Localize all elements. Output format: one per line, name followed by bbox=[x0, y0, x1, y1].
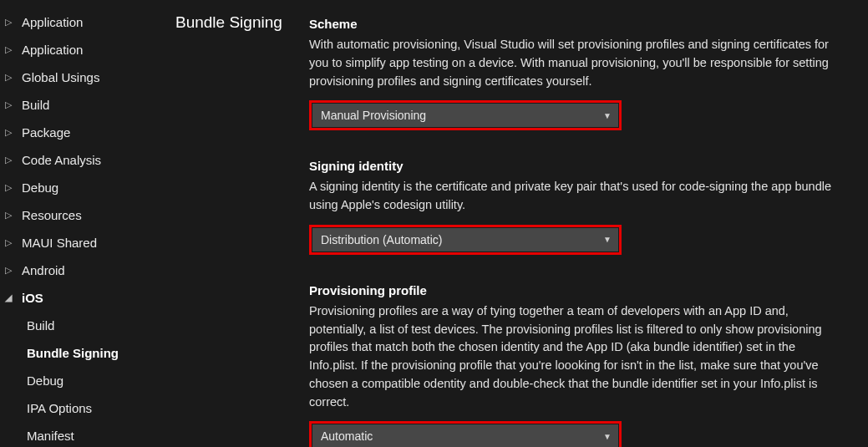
sidebar-item-ios-debug[interactable]: Debug bbox=[0, 367, 167, 394]
sidebar-item-android[interactable]: ▷Android bbox=[0, 257, 167, 284]
signing-identity-dropdown[interactable]: Distribution (Automatic) ▼ bbox=[312, 228, 618, 251]
sidebar-item-label: Debug bbox=[27, 372, 63, 389]
provisioning-profile-dropdown-value: Automatic bbox=[321, 429, 373, 443]
sidebar-item-label: Build bbox=[27, 317, 54, 334]
sidebar-item-maui-shared[interactable]: ▷MAUI Shared bbox=[0, 229, 167, 257]
sidebar-item-label: iOS bbox=[22, 289, 43, 307]
sidebar-item-label: Code Analysis bbox=[22, 151, 101, 169]
content-pane: Scheme With automatic provisioning, Visu… bbox=[309, 0, 868, 447]
signing-identity-heading: Signing identity bbox=[309, 159, 843, 173]
sidebar-item-global-usings[interactable]: ▷Global Usings bbox=[0, 63, 167, 91]
scheme-description: With automatic provisioning, Visual Stud… bbox=[309, 36, 843, 90]
sidebar-item-label: Application bbox=[22, 13, 83, 31]
chevron-right-icon: ▷ bbox=[5, 71, 17, 84]
sidebar-item-ios-manifest[interactable]: Manifest bbox=[0, 422, 167, 447]
sidebar-item-label: Debug bbox=[22, 179, 58, 196]
chevron-right-icon: ▷ bbox=[5, 126, 17, 139]
signing-identity-dropdown-value: Distribution (Automatic) bbox=[321, 233, 443, 246]
highlight-box: Distribution (Automatic) ▼ bbox=[309, 225, 622, 255]
sidebar-item-label: Global Usings bbox=[22, 69, 99, 86]
provisioning-profile-dropdown[interactable]: Automatic ▼ bbox=[312, 424, 618, 447]
sidebar-item-application-2[interactable]: ▷Application bbox=[0, 36, 167, 63]
chevron-right-icon: ▷ bbox=[5, 264, 17, 277]
chevron-right-icon: ▷ bbox=[5, 43, 17, 56]
chevron-down-icon: ▼ bbox=[603, 432, 612, 441]
sidebar-item-ios-ipa-options[interactable]: IPA Options bbox=[0, 394, 167, 422]
chevron-right-icon: ▷ bbox=[5, 99, 17, 111]
sidebar-item-debug[interactable]: ▷Debug bbox=[0, 174, 167, 201]
page-title-column: Bundle Signing bbox=[167, 0, 309, 447]
provisioning-profile-description: Provisioning profiles are a way of tying… bbox=[309, 302, 843, 412]
chevron-right-icon: ▷ bbox=[5, 154, 17, 166]
sidebar-item-label: Application bbox=[22, 41, 83, 58]
sidebar-item-label: IPA Options bbox=[27, 399, 92, 417]
sidebar-item-label: Bundle Signing bbox=[27, 344, 119, 362]
section-scheme: Scheme With automatic provisioning, Visu… bbox=[309, 17, 843, 130]
sidebar-item-label: Manifest bbox=[27, 427, 74, 444]
sidebar-item-build[interactable]: ▷Build bbox=[0, 91, 167, 119]
chevron-down-icon: ▼ bbox=[603, 235, 612, 244]
chevron-right-icon: ▷ bbox=[5, 209, 17, 221]
sidebar-item-label: Build bbox=[22, 96, 49, 114]
sidebar-item-package[interactable]: ▷Package bbox=[0, 119, 167, 146]
sidebar-item-application[interactable]: ▷Application bbox=[0, 8, 167, 36]
chevron-right-icon: ▷ bbox=[5, 181, 17, 194]
signing-identity-description: A signing identity is the certificate an… bbox=[309, 178, 843, 215]
chevron-down-icon: ▼ bbox=[603, 111, 612, 120]
sidebar-item-label: Package bbox=[22, 124, 70, 141]
sidebar: ▷Application ▷Application ▷Global Usings… bbox=[0, 0, 167, 447]
chevron-down-icon: ◢ bbox=[5, 292, 17, 304]
chevron-right-icon: ▷ bbox=[5, 236, 17, 249]
highlight-box: Manual Provisioning ▼ bbox=[309, 100, 622, 130]
chevron-right-icon: ▷ bbox=[5, 16, 17, 28]
sidebar-item-label: MAUI Shared bbox=[22, 234, 97, 251]
sidebar-item-ios[interactable]: ◢iOS bbox=[0, 284, 167, 312]
sidebar-item-ios-bundle-signing[interactable]: Bundle Signing bbox=[0, 339, 167, 367]
sidebar-item-label: Resources bbox=[22, 206, 82, 224]
scheme-heading: Scheme bbox=[309, 17, 843, 31]
page-title: Bundle Signing bbox=[175, 12, 301, 34]
highlight-box: Automatic ▼ bbox=[309, 421, 622, 447]
sidebar-item-label: Android bbox=[22, 262, 65, 279]
sidebar-item-resources[interactable]: ▷Resources bbox=[0, 201, 167, 229]
sidebar-item-ios-build[interactable]: Build bbox=[0, 312, 167, 339]
section-provisioning-profile: Provisioning profile Provisioning profil… bbox=[309, 283, 843, 447]
scheme-dropdown[interactable]: Manual Provisioning ▼ bbox=[312, 104, 618, 127]
scheme-dropdown-value: Manual Provisioning bbox=[321, 109, 426, 122]
provisioning-profile-heading: Provisioning profile bbox=[309, 283, 843, 297]
sidebar-item-code-analysis[interactable]: ▷Code Analysis bbox=[0, 146, 167, 174]
section-signing-identity: Signing identity A signing identity is t… bbox=[309, 159, 843, 255]
